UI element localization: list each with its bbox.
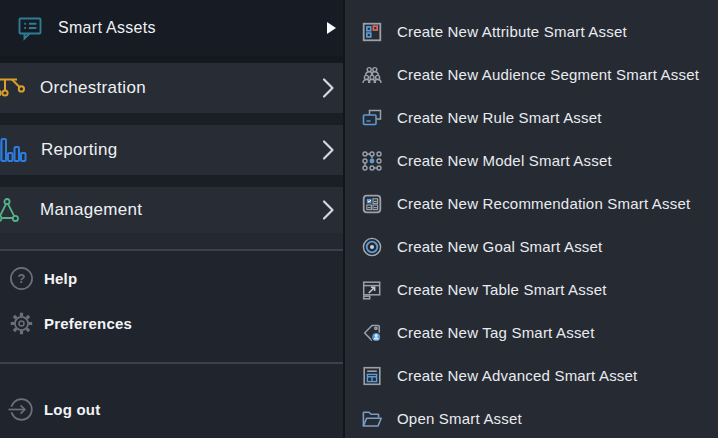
sidebar-item-smart-assets[interactable]: Smart Assets <box>0 0 343 56</box>
menu-item-label: Create New Goal Smart Asset <box>397 238 602 255</box>
menu-item-label: Open Smart Asset <box>397 410 522 427</box>
table-icon <box>360 278 384 302</box>
sidebar-item-management[interactable]: Management <box>0 187 343 233</box>
sidebar-item-label: Preferences <box>44 315 132 332</box>
chat-list-icon <box>17 15 44 42</box>
smart-assets-submenu: Create New Attribute Smart Asset Create … <box>343 0 718 438</box>
menu-item-label: Create New Tag Smart Asset <box>397 324 595 341</box>
sidebar-item-label: Smart Assets <box>58 19 156 37</box>
sidebar-item-label: Orchestration <box>40 78 146 98</box>
attribute-icon <box>360 20 384 44</box>
app-menu-screen: Smart Assets Orchestration <box>0 0 718 438</box>
goal-icon <box>360 235 384 259</box>
menu-item-label: Create New Table Smart Asset <box>397 281 607 298</box>
network-triangle-icon <box>0 198 22 223</box>
menu-item-create-attribute[interactable]: Create New Attribute Smart Asset <box>345 10 718 53</box>
row-separator <box>0 56 343 63</box>
menu-item-create-recommendation[interactable]: Create New Recommendation Smart Asset <box>345 182 718 225</box>
menu-item-create-advanced[interactable]: Create New Advanced Smart Asset <box>345 354 718 397</box>
advanced-icon <box>360 364 384 388</box>
row-separator <box>0 175 343 187</box>
section-divider <box>0 362 343 364</box>
menu-item-label: Create New Model Smart Asset <box>397 152 612 169</box>
svg-text:?: ? <box>18 271 26 286</box>
menu-item-create-table[interactable]: Create New Table Smart Asset <box>345 268 718 311</box>
menu-item-create-model[interactable]: Create New Model Smart Asset <box>345 139 718 182</box>
menu-item-label: Create New Advanced Smart Asset <box>397 367 637 384</box>
logout-icon <box>8 396 35 423</box>
chevron-right-icon <box>322 199 335 221</box>
menu-item-create-rule[interactable]: Create New Rule Smart Asset <box>345 96 718 139</box>
recommendation-icon <box>360 192 384 216</box>
sidebar-item-label: Log out <box>44 401 100 418</box>
sidebar-item-reporting[interactable]: Reporting <box>0 125 343 175</box>
model-icon <box>360 149 384 173</box>
orchestration-icon <box>0 74 28 102</box>
sidebar-item-help[interactable]: ? Help <box>0 256 343 300</box>
sidebar-item-label: Management <box>40 200 142 220</box>
chevron-right-icon <box>322 139 335 161</box>
section-spacer <box>0 233 343 249</box>
open-folder-icon <box>360 407 384 431</box>
sidebar-item-logout[interactable]: Log out <box>0 387 343 431</box>
menu-item-label: Create New Rule Smart Asset <box>397 109 602 126</box>
menu-item-label: Create New Attribute Smart Asset <box>397 23 627 40</box>
gear-icon <box>8 310 35 337</box>
sidebar-item-orchestration[interactable]: Orchestration <box>0 63 343 113</box>
tag-icon <box>360 321 384 345</box>
menu-item-create-audience-segment[interactable]: Create New Audience Segment Smart Asset <box>345 53 718 96</box>
chevron-right-icon <box>322 77 335 99</box>
menu-item-label: Create New Audience Segment Smart Asset <box>397 66 699 83</box>
menu-item-open-smart-asset[interactable]: Open Smart Asset <box>345 397 718 438</box>
sidebar-item-label: Reporting <box>41 140 117 160</box>
sidebar-item-label: Help <box>44 270 77 287</box>
bar-chart-icon <box>0 137 27 164</box>
menu-item-create-goal[interactable]: Create New Goal Smart Asset <box>345 225 718 268</box>
menu-item-create-tag[interactable]: Create New Tag Smart Asset <box>345 311 718 354</box>
menu-item-label: Create New Recommendation Smart Asset <box>397 195 690 212</box>
audience-segment-icon <box>360 63 384 87</box>
row-separator <box>0 113 343 125</box>
sidebar: Smart Assets Orchestration <box>0 0 343 438</box>
submenu-open-arrow-icon <box>327 22 336 34</box>
help-icon: ? <box>8 265 35 292</box>
sidebar-item-preferences[interactable]: Preferences <box>0 301 343 345</box>
rule-icon <box>360 106 384 130</box>
section-divider <box>0 249 343 251</box>
